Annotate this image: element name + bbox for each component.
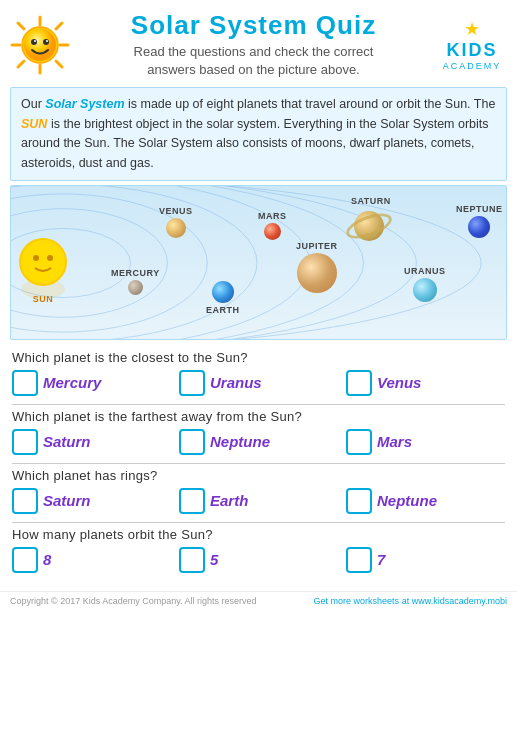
footer-website: Get more worksheets at www.kidsacademy.m… bbox=[314, 596, 507, 606]
q2-label-3: Mars bbox=[377, 433, 412, 450]
svg-line-4 bbox=[18, 23, 24, 29]
q1-checkbox-2[interactable] bbox=[179, 370, 205, 396]
questions-section: Which planet is the closest to the Sun? … bbox=[0, 344, 517, 587]
svg-line-6 bbox=[56, 23, 62, 29]
q3-checkbox-3[interactable] bbox=[346, 488, 372, 514]
q1-checkbox-3[interactable] bbox=[346, 370, 372, 396]
q3-checkbox-1[interactable] bbox=[12, 488, 38, 514]
footer-copyright: Copyright © 2017 Kids Academy Company. A… bbox=[10, 596, 257, 606]
q2-option-3: Mars bbox=[346, 429, 505, 455]
question-3-options: Saturn Earth Neptune bbox=[12, 488, 505, 514]
svg-point-9 bbox=[24, 29, 56, 61]
q3-label-1: Saturn bbox=[43, 492, 91, 509]
q3-option-1: Saturn bbox=[12, 488, 171, 514]
svg-line-5 bbox=[56, 61, 62, 67]
divider-3 bbox=[12, 522, 505, 523]
q2-checkbox-1[interactable] bbox=[12, 429, 38, 455]
q1-option-2: Uranus bbox=[179, 370, 338, 396]
q4-option-3: 7 bbox=[346, 547, 505, 573]
q3-option-2: Earth bbox=[179, 488, 338, 514]
solar-system-highlight: Solar System bbox=[45, 97, 124, 111]
header-center: Solar System Quiz Read the questions and… bbox=[80, 10, 427, 79]
sun-highlight: SUN bbox=[21, 117, 47, 131]
neptune-planet: NEPTUNE bbox=[456, 204, 503, 240]
sun-planet: SUN bbox=[13, 224, 73, 304]
kids-academy-logo: ★ KIDS ACADEMY bbox=[437, 18, 507, 71]
q2-option-1: Saturn bbox=[12, 429, 171, 455]
info-box: Our Solar System is made up of eight pla… bbox=[10, 87, 507, 181]
divider-1 bbox=[12, 404, 505, 405]
q3-label-3: Neptune bbox=[377, 492, 437, 509]
subtitle: Read the questions and check the correct… bbox=[80, 43, 427, 79]
svg-point-10 bbox=[31, 39, 37, 45]
svg-point-12 bbox=[34, 40, 36, 42]
logo-kids-text: KIDS bbox=[446, 40, 497, 60]
q2-checkbox-2[interactable] bbox=[179, 429, 205, 455]
svg-point-26 bbox=[11, 186, 481, 339]
saturn-planet: SATURN bbox=[351, 196, 391, 249]
question-1-options: Mercury Uranus Venus bbox=[12, 370, 505, 396]
question-3-text: Which planet has rings? bbox=[12, 468, 505, 483]
footer: Copyright © 2017 Kids Academy Company. A… bbox=[0, 591, 517, 610]
venus-planet: VENUS bbox=[159, 206, 193, 240]
q1-option-3: Venus bbox=[346, 370, 505, 396]
question-4-text: How many planets orbit the Sun? bbox=[12, 527, 505, 542]
uranus-planet: URANUS bbox=[404, 266, 446, 304]
q3-checkbox-2[interactable] bbox=[179, 488, 205, 514]
question-2-block: Which planet is the farthest away from t… bbox=[12, 409, 505, 455]
q2-label-2: Neptune bbox=[210, 433, 270, 450]
header: Solar System Quiz Read the questions and… bbox=[0, 0, 517, 83]
q4-label-2: 5 bbox=[210, 551, 218, 568]
q4-label-3: 7 bbox=[377, 551, 385, 568]
q3-option-3: Neptune bbox=[346, 488, 505, 514]
earth-planet: EARTH bbox=[206, 281, 240, 315]
mercury-planet: MERCURY bbox=[111, 268, 160, 297]
mars-planet: MARS bbox=[258, 211, 287, 242]
q2-option-2: Neptune bbox=[179, 429, 338, 455]
q1-label-2: Uranus bbox=[210, 374, 262, 391]
page-title: Solar System Quiz bbox=[80, 10, 427, 41]
question-4-block: How many planets orbit the Sun? 8 5 7 bbox=[12, 527, 505, 573]
q4-label-1: 8 bbox=[43, 551, 51, 568]
question-2-options: Saturn Neptune Mars bbox=[12, 429, 505, 455]
svg-point-16 bbox=[21, 240, 65, 284]
logo-academy-text: ACADEMY bbox=[437, 61, 507, 71]
q1-label-1: Mercury bbox=[43, 374, 101, 391]
question-1-text: Which planet is the closest to the Sun? bbox=[12, 350, 505, 365]
question-4-options: 8 5 7 bbox=[12, 547, 505, 573]
q4-option-2: 5 bbox=[179, 547, 338, 573]
svg-point-13 bbox=[46, 40, 48, 42]
question-2-text: Which planet is the farthest away from t… bbox=[12, 409, 505, 424]
svg-line-7 bbox=[18, 61, 24, 67]
q4-option-1: 8 bbox=[12, 547, 171, 573]
q2-label-1: Saturn bbox=[43, 433, 91, 450]
svg-point-18 bbox=[47, 255, 53, 261]
star-icon: ★ bbox=[464, 19, 480, 39]
q3-label-2: Earth bbox=[210, 492, 248, 509]
q1-checkbox-1[interactable] bbox=[12, 370, 38, 396]
q2-checkbox-3[interactable] bbox=[346, 429, 372, 455]
jupiter-planet: JUPITER bbox=[296, 241, 338, 295]
q1-label-3: Venus bbox=[377, 374, 421, 391]
svg-point-11 bbox=[43, 39, 49, 45]
q4-checkbox-3[interactable] bbox=[346, 547, 372, 573]
q4-checkbox-2[interactable] bbox=[179, 547, 205, 573]
sun-mascot-icon bbox=[10, 15, 70, 75]
solar-system-diagram: SUN MERCURY VENUS EARTH MARS JUPITER SAT… bbox=[10, 185, 507, 340]
question-3-block: Which planet has rings? Saturn Earth Nep… bbox=[12, 468, 505, 514]
q1-option-1: Mercury bbox=[12, 370, 171, 396]
divider-2 bbox=[12, 463, 505, 464]
q4-checkbox-1[interactable] bbox=[12, 547, 38, 573]
svg-point-17 bbox=[33, 255, 39, 261]
question-1-block: Which planet is the closest to the Sun? … bbox=[12, 350, 505, 396]
